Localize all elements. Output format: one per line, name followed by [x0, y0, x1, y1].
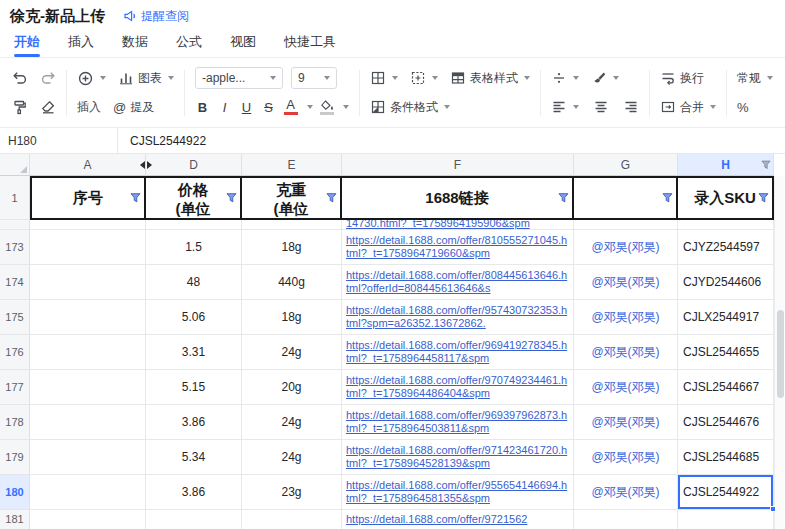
- row-number[interactable]: 181: [0, 510, 30, 529]
- row-number[interactable]: 173: [0, 230, 30, 265]
- fill-handle[interactable]: [770, 506, 776, 512]
- row-number[interactable]: 174: [0, 265, 30, 300]
- link-1688[interactable]: https://detail.1688.com/offer/9707492344…: [342, 374, 573, 400]
- cell-price[interactable]: 1.5: [146, 230, 242, 265]
- tab-data[interactable]: 数据: [122, 26, 148, 57]
- row-number-1[interactable]: 1: [0, 176, 30, 220]
- cell-sku[interactable]: CJSL2544685: [678, 440, 774, 475]
- cell-A[interactable]: [30, 300, 146, 335]
- link-1688[interactable]: https://detail.1688.com/offer/8105552710…: [342, 234, 573, 260]
- redo-button[interactable]: [40, 70, 56, 86]
- cell-link[interactable]: https://detail.1688.com/offer/9714234617…: [342, 440, 574, 475]
- format-painter-button[interactable]: [12, 99, 28, 115]
- cell-price[interactable]: 5.34: [146, 440, 242, 475]
- link-1688[interactable]: https://detail.1688.com/offer/9574307323…: [342, 304, 573, 330]
- cell[interactable]: [242, 220, 342, 230]
- column-header-A[interactable]: A: [30, 154, 146, 176]
- cell-weight[interactable]: 24g: [242, 335, 342, 370]
- link-1688[interactable]: https://detail.1688.com/offer/9721562: [342, 510, 531, 526]
- strikethrough-button[interactable]: S: [261, 100, 276, 115]
- mention-link[interactable]: @邓昊(邓昊): [591, 239, 659, 256]
- percent-format-button[interactable]: %: [737, 100, 749, 115]
- scrollbar-thumb[interactable]: [777, 310, 784, 398]
- cell-mention[interactable]: [574, 510, 678, 529]
- cell-weight[interactable]: 18g: [242, 300, 342, 335]
- cell-price[interactable]: 5.06: [146, 300, 242, 335]
- link-1688[interactable]: https://detail.1688.com/offer/9556541466…: [342, 479, 573, 505]
- header-cell-D-price[interactable]: 价格 (单位: [146, 176, 242, 220]
- cell-mention[interactable]: @邓昊(邓昊): [574, 475, 678, 510]
- row-number[interactable]: 175: [0, 300, 30, 335]
- mention-link[interactable]: @邓昊(邓昊): [591, 484, 659, 501]
- font-color-button[interactable]: A: [283, 99, 298, 115]
- column-header-E[interactable]: E: [242, 154, 342, 176]
- cell-weight[interactable]: [242, 510, 342, 529]
- cell[interactable]: [574, 220, 678, 230]
- selected-cell-H180[interactable]: CJSL2544922: [678, 475, 774, 510]
- cell-link[interactable]: https://detail.1688.com/offer/9556541466…: [342, 475, 574, 510]
- tab-home[interactable]: 开始: [14, 26, 40, 57]
- cell-name-box[interactable]: H180: [0, 128, 118, 153]
- split-text-button[interactable]: [551, 70, 579, 86]
- conditional-format-button[interactable]: 条件格式: [370, 99, 450, 116]
- cell-weight[interactable]: 440g: [242, 265, 342, 300]
- tab-view[interactable]: 视图: [230, 26, 256, 57]
- cell-weight[interactable]: 18g: [242, 230, 342, 265]
- cell-price[interactable]: 3.86: [146, 405, 242, 440]
- cell-link-fragment[interactable]: 14730.html?_t=1758964195906&spm: [342, 220, 574, 230]
- cell-mention[interactable]: @邓昊(邓昊): [574, 300, 678, 335]
- mention-link[interactable]: @邓昊(邓昊): [591, 274, 659, 291]
- vertical-scrollbar[interactable]: [774, 176, 785, 529]
- cell-link[interactable]: https://detail.1688.com/offer/9707492344…: [342, 370, 574, 405]
- cell-sku[interactable]: CJLX2544917: [678, 300, 774, 335]
- mention-link[interactable]: @邓昊(邓昊): [591, 309, 659, 326]
- cell-sku[interactable]: [678, 510, 774, 529]
- cell[interactable]: [678, 220, 774, 230]
- cell-price[interactable]: 48: [146, 265, 242, 300]
- cell-sku[interactable]: CJYZ2544597: [678, 230, 774, 265]
- chart-button[interactable]: 图表: [118, 70, 174, 87]
- column-filter-icon[interactable]: [761, 160, 771, 170]
- row-number[interactable]: 176: [0, 335, 30, 370]
- row-number[interactable]: 179: [0, 440, 30, 475]
- cell[interactable]: [146, 220, 242, 230]
- horizontal-align-button[interactable]: [551, 99, 579, 115]
- filter-icon[interactable]: [326, 193, 337, 204]
- number-format-select[interactable]: 常规: [737, 70, 773, 87]
- cell-weight[interactable]: 23g: [242, 475, 342, 510]
- font-size-select[interactable]: 9: [291, 67, 337, 89]
- header-cell-A-xuhao[interactable]: 序号: [30, 176, 146, 220]
- style-brush-button[interactable]: [591, 70, 619, 86]
- cell-price[interactable]: 3.86: [146, 475, 242, 510]
- link-1688[interactable]: https://detail.1688.com/offer/9694192783…: [342, 339, 573, 365]
- cell[interactable]: [30, 220, 146, 230]
- link-1688[interactable]: https://detail.1688.com/offer/8084456136…: [342, 269, 573, 295]
- table-style-button[interactable]: 表格样式: [450, 70, 530, 87]
- header-cell-H-sku[interactable]: 录入SKU: [678, 176, 774, 220]
- mention-button[interactable]: @ 提及: [113, 99, 154, 116]
- cell-A[interactable]: [30, 440, 146, 475]
- clear-format-button[interactable]: [40, 99, 56, 115]
- cell-link[interactable]: https://detail.1688.com/offer/9693979628…: [342, 405, 574, 440]
- insert-object-button[interactable]: [77, 70, 106, 87]
- cell-sku[interactable]: CJSL2544667: [678, 370, 774, 405]
- column-header-H[interactable]: H: [678, 154, 774, 176]
- cell-link[interactable]: https://detail.1688.com/offer/8105552710…: [342, 230, 574, 265]
- undo-button[interactable]: [12, 70, 28, 86]
- cell-sku[interactable]: CJSL2544655: [678, 335, 774, 370]
- cell-price[interactable]: [146, 510, 242, 529]
- formula-input[interactable]: CJSL2544922: [118, 128, 785, 153]
- header-cell-G[interactable]: [574, 176, 678, 220]
- mention-link[interactable]: @邓昊(邓昊): [591, 344, 659, 361]
- cell-sku[interactable]: CJYD2544606: [678, 265, 774, 300]
- cell-weight[interactable]: 24g: [242, 440, 342, 475]
- filter-icon[interactable]: [130, 193, 141, 204]
- italic-button[interactable]: I: [217, 100, 232, 115]
- row-number-partial[interactable]: [0, 220, 30, 230]
- link-1688[interactable]: 14730.html?_t=1758964195906&spm: [342, 220, 534, 230]
- cell-A[interactable]: [30, 405, 146, 440]
- borders-button[interactable]: [370, 70, 398, 86]
- header-cell-E-weight[interactable]: 克重 (单位: [242, 176, 342, 220]
- select-all-corner[interactable]: [0, 154, 30, 176]
- vertical-align-button[interactable]: [593, 99, 609, 115]
